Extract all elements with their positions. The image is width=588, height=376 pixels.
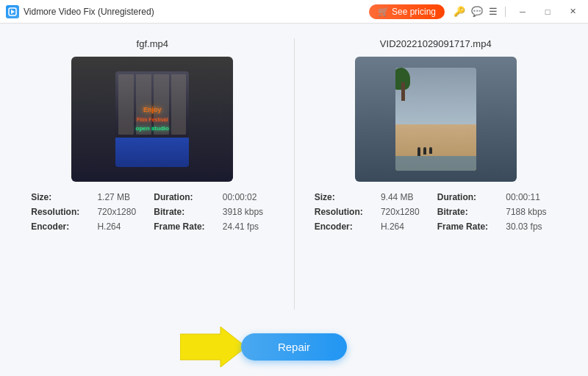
figure bbox=[429, 147, 432, 154]
left-resolution-value: 720x1280 bbox=[97, 207, 146, 217]
close-button[interactable]: ✕ bbox=[563, 4, 582, 20]
app-title: Vidmore Video Fix (Unregistered) bbox=[24, 7, 154, 17]
right-encoder-label: Encoder: bbox=[315, 221, 373, 232]
left-bitrate-label: Bitrate: bbox=[154, 207, 215, 217]
title-bar: Vidmore Video Fix (Unregistered) 🛒 See p… bbox=[0, 0, 588, 24]
right-info-grid: Size: 9.44 MB Duration: 00:00:11 Resolut… bbox=[315, 192, 557, 232]
right-framerate-label: Frame Rate: bbox=[437, 221, 499, 232]
app-icon bbox=[6, 5, 19, 18]
left-encoder-label: Encoder: bbox=[31, 221, 90, 232]
right-size-label: Size: bbox=[315, 192, 373, 202]
right-duration-label: Duration: bbox=[437, 192, 499, 202]
svg-marker-1 bbox=[11, 10, 15, 14]
right-bitrate-value: 7188 kbps bbox=[506, 207, 557, 217]
see-pricing-button[interactable]: 🛒 See pricing bbox=[369, 4, 445, 19]
beach-figures bbox=[417, 147, 432, 156]
left-size-label: Size: bbox=[31, 192, 90, 202]
left-framerate-value: 24.41 fps bbox=[223, 221, 274, 232]
right-thumbnail bbox=[355, 57, 517, 182]
panel-divider bbox=[294, 38, 295, 310]
right-filename: VID20221029091717.mp4 bbox=[380, 38, 492, 49]
key-icon[interactable]: 🔑 bbox=[453, 6, 465, 17]
left-size-value: 1.27 MB bbox=[97, 192, 146, 202]
minimize-button[interactable]: ─ bbox=[513, 4, 532, 20]
strip bbox=[118, 74, 134, 135]
title-bar-right: 🛒 See pricing 🔑 💬 ☰ ─ □ ✕ bbox=[369, 4, 582, 20]
neon-content: Enjoy Film Festival open studio bbox=[115, 71, 189, 167]
left-bitrate-value: 3918 kbps bbox=[223, 207, 274, 217]
wall-strips bbox=[115, 71, 189, 138]
beach-sky bbox=[395, 68, 476, 124]
left-info-grid: Size: 1.27 MB Duration: 00:00:02 Resolut… bbox=[31, 192, 273, 232]
right-video-panel: VID20221029091717.mp4 bbox=[306, 38, 567, 310]
left-video-info: Size: 1.27 MB Duration: 00:00:02 Resolut… bbox=[27, 192, 277, 232]
left-thumb-inner: Enjoy Film Festival open studio bbox=[108, 64, 196, 174]
title-bar-icons: 🔑 💬 ☰ ─ □ ✕ bbox=[453, 4, 582, 20]
left-video-panel: fgf.mp4 Enjoy Film Festival open studio bbox=[22, 38, 283, 310]
right-duration-value: 00:00:11 bbox=[506, 192, 557, 202]
figure bbox=[417, 147, 420, 156]
right-encoder-value: H.264 bbox=[381, 221, 430, 232]
sofa bbox=[115, 138, 189, 167]
bottom-area: Repair bbox=[0, 317, 588, 376]
message-icon[interactable]: 💬 bbox=[471, 6, 483, 17]
beach-sand bbox=[395, 124, 476, 171]
strip bbox=[154, 74, 169, 135]
cart-icon: 🛒 bbox=[378, 7, 389, 17]
maximize-button[interactable]: □ bbox=[538, 4, 557, 20]
beach-content bbox=[395, 68, 476, 171]
svg-marker-2 bbox=[180, 327, 246, 367]
left-duration-label: Duration: bbox=[154, 192, 215, 202]
right-thumb-inner bbox=[392, 64, 480, 174]
left-framerate-label: Frame Rate: bbox=[154, 221, 215, 232]
strip bbox=[136, 74, 151, 135]
right-resolution-label: Resolution: bbox=[315, 207, 373, 217]
left-encoder-value: H.264 bbox=[97, 221, 146, 232]
right-video-info: Size: 9.44 MB Duration: 00:00:11 Resolut… bbox=[311, 192, 561, 232]
title-bar-left: Vidmore Video Fix (Unregistered) bbox=[6, 5, 154, 18]
left-duration-value: 00:00:02 bbox=[223, 192, 274, 202]
right-bitrate-label: Bitrate: bbox=[437, 207, 499, 217]
right-framerate-value: 30.03 fps bbox=[506, 221, 557, 232]
arrow-icon bbox=[180, 327, 246, 367]
left-filename: fgf.mp4 bbox=[137, 38, 168, 49]
strip bbox=[171, 74, 187, 135]
right-resolution-value: 720x1280 bbox=[381, 207, 430, 217]
tree-trunk bbox=[401, 82, 405, 101]
water-line bbox=[395, 156, 476, 171]
left-thumbnail: Enjoy Film Festival open studio bbox=[71, 57, 233, 182]
right-size-value: 9.44 MB bbox=[381, 192, 430, 202]
separator bbox=[505, 7, 506, 17]
left-resolution-label: Resolution: bbox=[31, 207, 90, 217]
repair-button[interactable]: Repair bbox=[241, 333, 347, 361]
figure bbox=[423, 147, 426, 155]
main-content: fgf.mp4 Enjoy Film Festival open studio bbox=[0, 24, 588, 317]
menu-icon[interactable]: ☰ bbox=[489, 6, 498, 17]
